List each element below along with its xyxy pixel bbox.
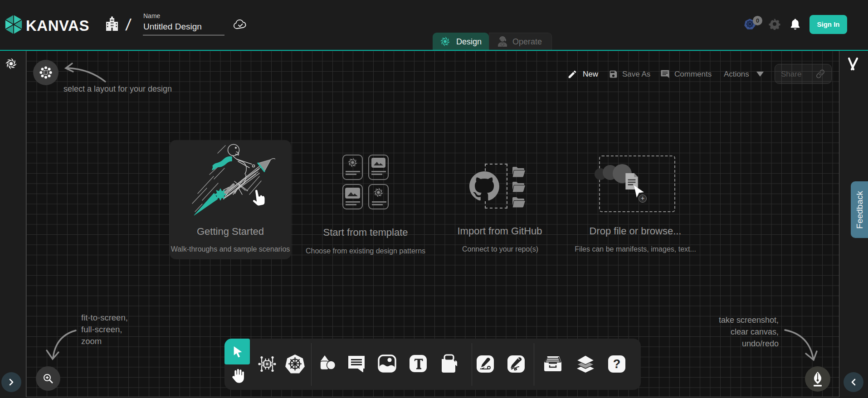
svg-text:?: ? (613, 357, 621, 371)
